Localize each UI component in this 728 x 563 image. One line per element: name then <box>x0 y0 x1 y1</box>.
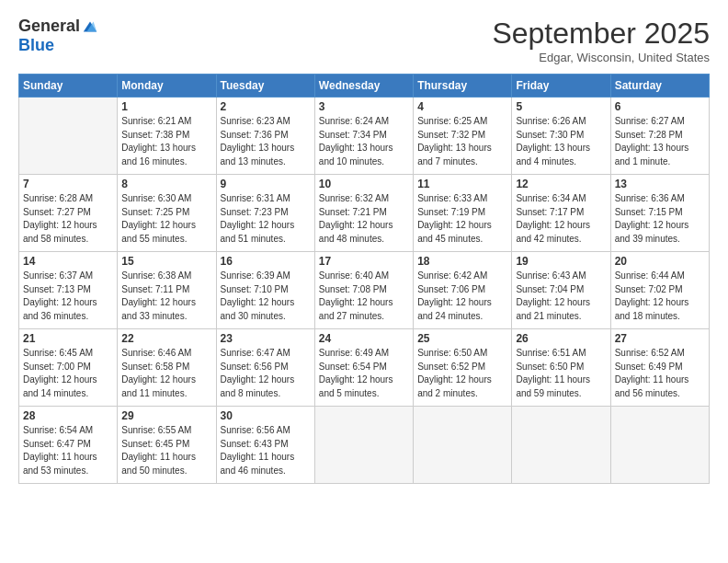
calendar-cell <box>610 407 709 484</box>
page: General Blue September 2025 Edgar, Wisco… <box>0 0 728 493</box>
calendar-cell: 28Sunrise: 6:54 AMSunset: 6:47 PMDayligh… <box>19 407 118 484</box>
calendar-cell: 30Sunrise: 6:56 AMSunset: 6:43 PMDayligh… <box>216 407 314 484</box>
day-number: 2 <box>221 100 311 113</box>
calendar-cell: 11Sunrise: 6:33 AMSunset: 7:19 PMDayligh… <box>414 175 512 252</box>
calendar-cell: 27Sunrise: 6:52 AMSunset: 6:49 PMDayligh… <box>610 329 709 407</box>
logo-general-text: General <box>18 17 80 36</box>
day-info: Sunrise: 6:38 AMSunset: 7:11 PMDaylight:… <box>121 270 211 323</box>
day-info: Sunrise: 6:23 AMSunset: 7:36 PMDaylight:… <box>221 115 311 168</box>
calendar-cell: 4Sunrise: 6:25 AMSunset: 7:32 PMDaylight… <box>414 98 512 175</box>
day-info: Sunrise: 6:40 AMSunset: 7:08 PMDaylight:… <box>319 270 409 323</box>
day-info: Sunrise: 6:56 AMSunset: 6:43 PMDaylight:… <box>221 424 311 477</box>
day-number: 8 <box>121 178 211 190</box>
day-number: 14 <box>23 255 113 268</box>
calendar-cell: 10Sunrise: 6:32 AMSunset: 7:21 PMDayligh… <box>314 175 413 252</box>
day-info: Sunrise: 6:46 AMSunset: 6:58 PMDaylight:… <box>121 347 211 400</box>
month-title: September 2025 <box>492 17 710 51</box>
calendar-cell: 13Sunrise: 6:36 AMSunset: 7:15 PMDayligh… <box>610 175 709 252</box>
day-number: 24 <box>319 332 409 345</box>
day-info: Sunrise: 6:50 AMSunset: 6:52 PMDaylight:… <box>417 347 507 400</box>
day-number: 13 <box>615 178 705 190</box>
day-number: 1 <box>121 100 211 113</box>
calendar-cell: 16Sunrise: 6:39 AMSunset: 7:10 PMDayligh… <box>216 252 314 329</box>
calendar-cell: 12Sunrise: 6:34 AMSunset: 7:17 PMDayligh… <box>512 175 610 252</box>
calendar-cell: 9Sunrise: 6:31 AMSunset: 7:23 PMDaylight… <box>216 175 314 252</box>
logo-blue-text: Blue <box>18 36 54 55</box>
day-info: Sunrise: 6:21 AMSunset: 7:38 PMDaylight:… <box>121 115 211 168</box>
day-info: Sunrise: 6:27 AMSunset: 7:28 PMDaylight:… <box>615 115 705 168</box>
week-row-4: 21Sunrise: 6:45 AMSunset: 7:00 PMDayligh… <box>19 329 710 407</box>
day-info: Sunrise: 6:34 AMSunset: 7:17 PMDaylight:… <box>516 192 606 246</box>
calendar-cell: 25Sunrise: 6:50 AMSunset: 6:52 PMDayligh… <box>414 329 512 407</box>
calendar-cell: 8Sunrise: 6:30 AMSunset: 7:25 PMDaylight… <box>118 175 216 252</box>
calendar-cell: 22Sunrise: 6:46 AMSunset: 6:58 PMDayligh… <box>118 329 216 407</box>
day-info: Sunrise: 6:33 AMSunset: 7:19 PMDaylight:… <box>417 192 507 246</box>
day-number: 19 <box>516 255 606 268</box>
calendar-cell: 5Sunrise: 6:26 AMSunset: 7:30 PMDaylight… <box>512 98 610 175</box>
calendar-cell: 3Sunrise: 6:24 AMSunset: 7:34 PMDaylight… <box>314 98 413 175</box>
weekday-header-saturday: Saturday <box>610 75 709 98</box>
day-number: 3 <box>319 100 409 113</box>
calendar-table: SundayMondayTuesdayWednesdayThursdayFrid… <box>18 74 710 484</box>
calendar-cell <box>19 98 118 175</box>
day-number: 4 <box>417 100 507 113</box>
day-number: 10 <box>319 178 409 190</box>
calendar-cell: 29Sunrise: 6:55 AMSunset: 6:45 PMDayligh… <box>118 407 216 484</box>
calendar-cell: 23Sunrise: 6:47 AMSunset: 6:56 PMDayligh… <box>216 329 314 407</box>
day-number: 20 <box>615 255 705 268</box>
weekday-header-friday: Friday <box>512 75 610 98</box>
calendar-cell: 1Sunrise: 6:21 AMSunset: 7:38 PMDaylight… <box>118 98 216 175</box>
logo-icon <box>82 18 98 35</box>
day-info: Sunrise: 6:24 AMSunset: 7:34 PMDaylight:… <box>319 115 409 168</box>
day-info: Sunrise: 6:54 AMSunset: 6:47 PMDaylight:… <box>23 424 113 477</box>
day-info: Sunrise: 6:37 AMSunset: 7:13 PMDaylight:… <box>23 270 113 323</box>
day-info: Sunrise: 6:47 AMSunset: 6:56 PMDaylight:… <box>221 347 311 400</box>
day-number: 6 <box>615 100 705 113</box>
day-number: 22 <box>121 332 211 345</box>
day-info: Sunrise: 6:32 AMSunset: 7:21 PMDaylight:… <box>319 192 409 246</box>
weekday-header-row: SundayMondayTuesdayWednesdayThursdayFrid… <box>19 75 710 98</box>
day-info: Sunrise: 6:25 AMSunset: 7:32 PMDaylight:… <box>417 115 507 168</box>
day-number: 21 <box>23 332 113 345</box>
day-number: 11 <box>417 178 507 190</box>
weekday-header-tuesday: Tuesday <box>216 75 314 98</box>
day-number: 18 <box>417 255 507 268</box>
calendar-cell: 17Sunrise: 6:40 AMSunset: 7:08 PMDayligh… <box>314 252 413 329</box>
calendar-cell <box>414 407 512 484</box>
day-number: 17 <box>319 255 409 268</box>
day-number: 30 <box>221 409 311 422</box>
logo: General Blue <box>18 17 98 55</box>
week-row-1: 1Sunrise: 6:21 AMSunset: 7:38 PMDaylight… <box>19 98 710 175</box>
day-number: 16 <box>221 255 311 268</box>
day-info: Sunrise: 6:30 AMSunset: 7:25 PMDaylight:… <box>121 192 211 246</box>
day-number: 9 <box>221 178 311 190</box>
day-info: Sunrise: 6:52 AMSunset: 6:49 PMDaylight:… <box>615 347 705 400</box>
day-number: 28 <box>23 409 113 422</box>
day-info: Sunrise: 6:51 AMSunset: 6:50 PMDaylight:… <box>516 347 606 400</box>
day-info: Sunrise: 6:55 AMSunset: 6:45 PMDaylight:… <box>121 424 211 477</box>
calendar-cell: 19Sunrise: 6:43 AMSunset: 7:04 PMDayligh… <box>512 252 610 329</box>
weekday-header-wednesday: Wednesday <box>314 75 413 98</box>
day-info: Sunrise: 6:28 AMSunset: 7:27 PMDaylight:… <box>23 192 113 246</box>
calendar-cell: 24Sunrise: 6:49 AMSunset: 6:54 PMDayligh… <box>314 329 413 407</box>
calendar-cell: 2Sunrise: 6:23 AMSunset: 7:36 PMDaylight… <box>216 98 314 175</box>
day-number: 12 <box>516 178 606 190</box>
location: Edgar, Wisconsin, United States <box>492 51 710 64</box>
day-info: Sunrise: 6:49 AMSunset: 6:54 PMDaylight:… <box>319 347 409 400</box>
week-row-3: 14Sunrise: 6:37 AMSunset: 7:13 PMDayligh… <box>19 252 710 329</box>
calendar-cell: 14Sunrise: 6:37 AMSunset: 7:13 PMDayligh… <box>19 252 118 329</box>
day-number: 23 <box>221 332 311 345</box>
day-info: Sunrise: 6:31 AMSunset: 7:23 PMDaylight:… <box>221 192 311 246</box>
day-number: 15 <box>121 255 211 268</box>
calendar-cell: 18Sunrise: 6:42 AMSunset: 7:06 PMDayligh… <box>414 252 512 329</box>
header: General Blue September 2025 Edgar, Wisco… <box>18 17 710 64</box>
week-row-2: 7Sunrise: 6:28 AMSunset: 7:27 PMDaylight… <box>19 175 710 252</box>
day-info: Sunrise: 6:43 AMSunset: 7:04 PMDaylight:… <box>516 270 606 323</box>
calendar-cell: 15Sunrise: 6:38 AMSunset: 7:11 PMDayligh… <box>118 252 216 329</box>
day-info: Sunrise: 6:44 AMSunset: 7:02 PMDaylight:… <box>615 270 705 323</box>
day-info: Sunrise: 6:42 AMSunset: 7:06 PMDaylight:… <box>417 270 507 323</box>
day-number: 25 <box>417 332 507 345</box>
weekday-header-sunday: Sunday <box>19 75 118 98</box>
weekday-header-thursday: Thursday <box>414 75 512 98</box>
calendar-cell: 26Sunrise: 6:51 AMSunset: 6:50 PMDayligh… <box>512 329 610 407</box>
